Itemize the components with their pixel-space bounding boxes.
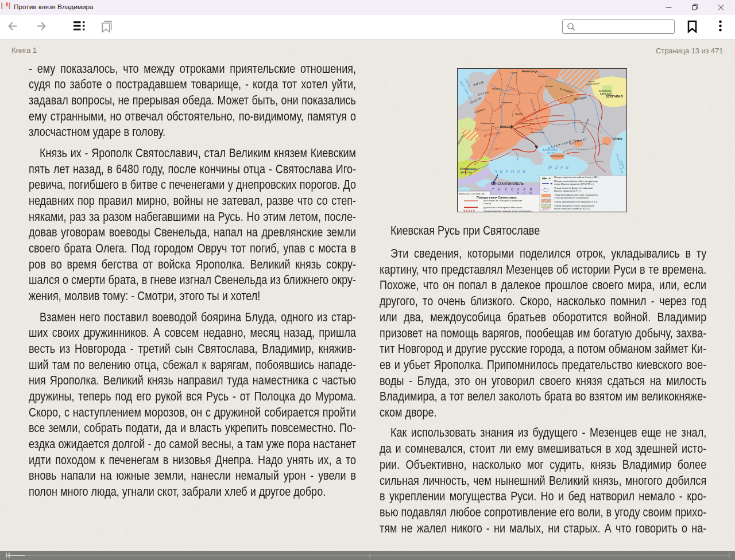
svg-text:Ростов: Ростов bbox=[545, 85, 553, 88]
svg-text:Искоростень: Искоростень bbox=[481, 122, 496, 125]
svg-text:КАМСКАЯ: КАМСКАЯ bbox=[600, 92, 612, 95]
svg-text:к началу правления Святослава: к началу правления Святослава bbox=[554, 196, 589, 199]
svg-text:Т И Й С К А Я: Т И Й С К А Я bbox=[492, 187, 533, 191]
svg-text:БОЛГАРСКОЕ: БОЛГАРСКОЕ bbox=[460, 168, 477, 170]
svg-text:Масштаб 1:10 000 000: Масштаб 1:10 000 000 bbox=[459, 192, 485, 195]
svg-text:Сопровождение походов князя, о: Сопровождение походов князя, обозначен- bbox=[483, 209, 532, 212]
svg-text:Суздаль: Суздаль bbox=[538, 75, 548, 77]
svg-text:ЧЕРНОЕ: ЧЕРНОЕ bbox=[494, 169, 528, 173]
svg-text:Тмутаракань: Тмутаракань bbox=[550, 154, 564, 157]
svg-text:ством Иоанна Цимисхия (970-971: ством Иоанна Цимисхия (970-971 гг.) bbox=[554, 182, 594, 185]
svg-text:Псков: Псков bbox=[510, 71, 517, 74]
svg-text:Иоанна Цимисхия в 971 г.: Иоанна Цимисхия в 971 г. bbox=[554, 189, 582, 192]
svg-text:Поход соединенного войска Олег: Поход соединенного войска Олега и 882 г. bbox=[554, 176, 599, 178]
svg-text:Земли, присоединенные примерно: Земли, присоединенные примерно к X в. bbox=[554, 200, 598, 203]
svg-text:власть польских князей (к 1025: власть польских князей (к 1025 г.) bbox=[554, 207, 590, 210]
svg-text:ЦАРСТВО: ЦАРСТВО bbox=[460, 171, 473, 174]
svg-text:К Р И: К Р И bbox=[517, 191, 533, 195]
svg-text:↯↯↯↯↯: ↯↯↯↯↯ bbox=[463, 209, 475, 212]
svg-text:МОРЕ: МОРЕ bbox=[547, 151, 555, 154]
svg-text:дунайские в Болгарию и Византи: дунайские в Болгарию и Византию bbox=[483, 206, 522, 209]
svg-text:болгар: болгар bbox=[483, 202, 492, 205]
svg-text:КИЕВ: КИЕВ bbox=[500, 125, 510, 129]
svg-text:Полоцк: Полоцк bbox=[492, 87, 500, 90]
svg-text:КОНСТАНТИНОПОЛЬ: КОНСТАНТИНОПОЛЬ bbox=[491, 182, 524, 185]
svg-text:Новгород: Новгород bbox=[522, 69, 537, 73]
svg-text:МОРЕ: МОРЕ bbox=[548, 165, 572, 169]
svg-text:ИТИЛЬ: ИТИЛЬ bbox=[613, 138, 622, 141]
svg-text:Саркел: Саркел bbox=[572, 139, 581, 142]
